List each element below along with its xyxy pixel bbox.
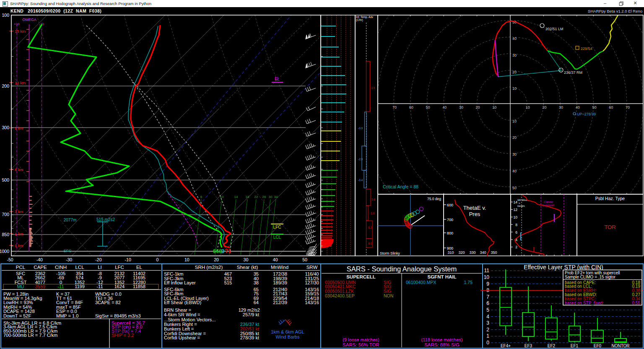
svg-text:-40: -40 xyxy=(36,257,43,262)
svg-text:202/51 LM: 202/51 LM xyxy=(545,27,564,31)
svg-text:75.0 deg: 75.0 deg xyxy=(427,197,441,201)
svg-text:10: 10 xyxy=(220,195,224,199)
svg-text:18: 18 xyxy=(246,195,249,199)
svg-text:Corfidi Upshear =: Corfidi Upshear = xyxy=(164,335,200,340)
svg-text:MnWind: MnWind xyxy=(271,265,288,270)
svg-text:10: 10 xyxy=(184,257,190,262)
svg-text:12: 12 xyxy=(514,208,518,212)
svg-text:212/39: 212/39 xyxy=(273,300,287,305)
svg-text:Effective Layer STP (with CIN): Effective Layer STP (with CIN) xyxy=(524,264,603,271)
svg-text:6: 6 xyxy=(515,230,517,234)
svg-text:38: 38 xyxy=(254,280,259,285)
svg-text:3.6: 3.6 xyxy=(371,198,375,201)
svg-text:668: 668 xyxy=(213,248,222,254)
svg-text:Classic: Classic xyxy=(544,201,553,203)
svg-text:60: 60 xyxy=(609,105,613,109)
svg-text:SARS - Sounding Analogue Syste: SARS - Sounding Analogue System xyxy=(347,265,457,273)
svg-text:Sample CLIMO = .15 sigtor: Sample CLIMO = .15 sigtor xyxy=(565,275,616,279)
svg-text:40: 40 xyxy=(512,169,517,173)
svg-text:OMEGA: OMEGA xyxy=(22,18,36,22)
svg-text:70: 70 xyxy=(392,105,397,109)
svg-text:LFC: LFC xyxy=(273,225,281,229)
svg-text:340: 340 xyxy=(480,250,486,255)
svg-text:20: 20 xyxy=(512,70,517,74)
svg-text:12 km: 12 km xyxy=(15,81,26,85)
svg-text:30: 30 xyxy=(512,152,517,156)
svg-text:SR Wind: SR Wind xyxy=(517,199,527,201)
svg-text:60: 60 xyxy=(409,105,413,109)
svg-text:8.0: 8.0 xyxy=(368,242,372,245)
svg-text:50: 50 xyxy=(512,186,517,190)
svg-text:6: 6 xyxy=(200,195,203,199)
svg-text:NON: NON xyxy=(384,293,393,298)
svg-text:SRH (m2/s2): SRH (m2/s2) xyxy=(195,265,223,270)
svg-text:SHIP = 3.2: SHIP = 3.2 xyxy=(112,333,134,338)
svg-text:6: 6 xyxy=(486,300,489,306)
svg-text:14: 14 xyxy=(234,195,238,199)
svg-text:10: 10 xyxy=(512,119,517,123)
svg-text:0.55: 0.55 xyxy=(632,301,641,305)
svg-text:310: 310 xyxy=(447,250,454,255)
svg-text:EL: EL xyxy=(275,77,280,81)
svg-text:34: 34 xyxy=(274,195,278,199)
svg-text:30: 30 xyxy=(459,105,463,109)
svg-text:40: 40 xyxy=(273,257,278,262)
svg-text:600: 600 xyxy=(447,203,453,207)
svg-text:500: 500 xyxy=(2,177,9,182)
svg-text:8: 8 xyxy=(515,223,517,227)
svg-text:11858: 11858 xyxy=(133,284,145,289)
svg-text:MMP = 1.0: MMP = 1.0 xyxy=(56,313,78,318)
svg-text:143/16: 143/16 xyxy=(305,300,319,305)
svg-text:EF3: EF3 xyxy=(525,344,532,348)
svg-text:10: 10 xyxy=(484,274,490,280)
svg-text:CINH: CINH xyxy=(55,265,67,270)
svg-text:-0.4: -0.4 xyxy=(358,179,363,182)
svg-text:LFC: LFC xyxy=(115,265,124,270)
svg-text:Height: Height xyxy=(517,205,525,207)
svg-text:127/30: 127/30 xyxy=(305,280,319,285)
svg-text:30: 30 xyxy=(512,53,517,57)
svg-text:EF1: EF1 xyxy=(571,344,579,348)
svg-text:1 km: 1 km xyxy=(15,232,23,236)
svg-text:20: 20 xyxy=(542,105,546,109)
svg-text:850: 850 xyxy=(2,232,9,237)
svg-text:189/39: 189/39 xyxy=(273,280,287,285)
svg-text:Eff Shear (EBWD): Eff Shear (EBWD) xyxy=(164,300,201,305)
svg-text:DownT = 52F: DownT = 52F xyxy=(3,313,31,318)
svg-text:257/9 kt: 257/9 kt xyxy=(243,312,259,317)
svg-text:700: 700 xyxy=(2,212,9,217)
svg-text:+10: +10 xyxy=(14,22,20,26)
svg-text:30: 30 xyxy=(244,257,249,262)
svg-text:70: 70 xyxy=(626,105,630,109)
svg-text:Storm Slinky: Storm Slinky xyxy=(380,251,400,255)
svg-text:320: 320 xyxy=(458,250,465,255)
svg-text:based on STP_fixed:: based on STP_fixed: xyxy=(565,301,604,305)
svg-text:-10: -10 xyxy=(125,257,131,262)
svg-text:Shear (kt): Shear (kt) xyxy=(237,265,258,270)
svg-text:-20: -20 xyxy=(95,257,101,262)
svg-text:Prob EF2+ torn with supercell: Prob EF2+ torn with supercell xyxy=(565,271,620,275)
svg-text:SARS: 56% TOR: SARS: 56% TOR xyxy=(343,342,379,347)
svg-text:Eff Inflow Layer: Eff Inflow Layer xyxy=(164,280,196,285)
svg-text:1000: 1000 xyxy=(0,249,9,254)
svg-text:-2.9: -2.9 xyxy=(358,158,363,161)
svg-text:100: 100 xyxy=(2,13,9,18)
svg-text:SGFNT HAIL: SGFNT HAIL xyxy=(428,274,457,279)
svg-text:71: 71 xyxy=(225,248,231,254)
svg-text:0 km: 0 km xyxy=(15,243,23,248)
svg-text:2: 2 xyxy=(486,327,489,333)
svg-text:4: 4 xyxy=(486,314,489,320)
svg-text:0: 0 xyxy=(486,340,489,346)
svg-text:30: 30 xyxy=(559,105,563,109)
svg-text:40: 40 xyxy=(576,105,580,109)
svg-text:1: 1 xyxy=(486,333,489,339)
svg-text:64: 64 xyxy=(254,300,259,305)
svg-text:50: 50 xyxy=(302,257,307,262)
svg-text:3: 3 xyxy=(486,320,489,326)
svg-text:900: 900 xyxy=(447,246,453,250)
svg-text:SRW: SRW xyxy=(306,265,318,270)
svg-text:200: 200 xyxy=(2,83,9,89)
svg-text:(9 loose matches): (9 loose matches) xyxy=(343,337,379,342)
svg-text:SUPERCELL: SUPERCELL xyxy=(346,274,376,279)
svg-text:2: 2 xyxy=(515,245,517,249)
